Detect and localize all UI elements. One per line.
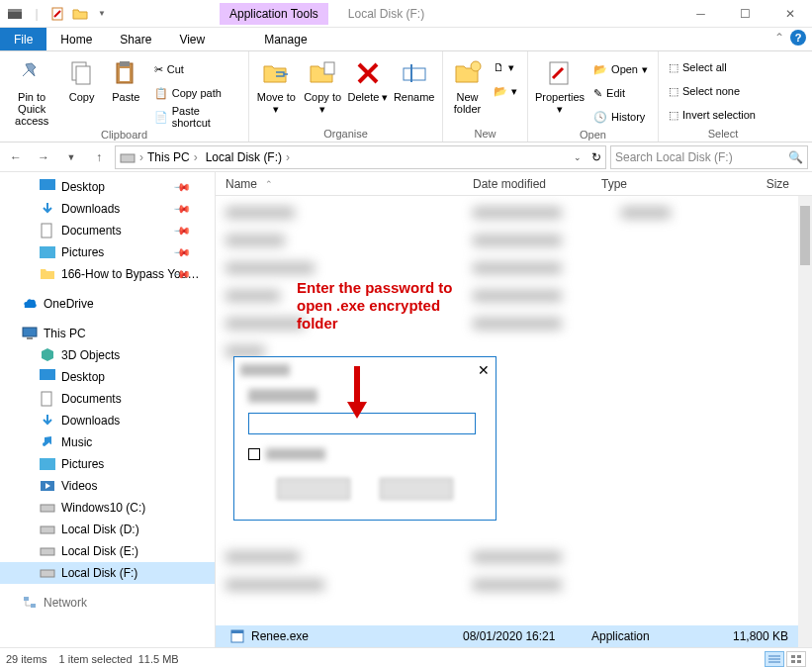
open-button[interactable]: 📂Open ▾ <box>589 59 652 79</box>
search-box[interactable]: Search Local Disk (F:) 🔍 <box>610 145 808 169</box>
svg-rect-36 <box>791 660 795 663</box>
cut-button[interactable]: ✂Cut <box>150 59 242 79</box>
drive-icon <box>40 543 55 559</box>
nav-local-disk-e[interactable]: Local Disk (E:) <box>0 540 215 562</box>
nav-downloads-2[interactable]: Downloads <box>0 410 215 431</box>
column-headers[interactable]: Name⌃ Date modified Type Size <box>216 172 812 196</box>
nav-documents[interactable]: Documents📌 <box>0 220 215 241</box>
column-name[interactable]: Name⌃ <box>216 177 463 191</box>
nav-network[interactable]: Network <box>0 592 215 614</box>
select-all-button[interactable]: ⬚Select all <box>665 57 760 77</box>
ribbon-collapse-icon[interactable]: ⌃ <box>774 31 784 45</box>
scrollbar-thumb[interactable] <box>800 206 810 265</box>
qat-dropdown-icon[interactable]: ▼ <box>93 5 111 23</box>
move-to-button[interactable]: Move to ▾ <box>255 55 298 115</box>
copy-path-icon: 📋 <box>154 87 168 100</box>
select-none-button[interactable]: ⬚Select none <box>665 81 760 101</box>
close-button[interactable]: ✕ <box>767 0 812 28</box>
new-folder-button[interactable]: New folder <box>449 55 486 115</box>
help-icon[interactable]: ? <box>790 30 806 46</box>
properties-button[interactable]: Properties ▾ <box>534 55 586 115</box>
address-box[interactable]: › This PC Local Disk (F:) ⌄ ↻ <box>115 145 606 169</box>
history-button[interactable]: 🕓History <box>589 107 652 127</box>
dialog-ok-button[interactable] <box>277 478 350 500</box>
copy-path-button[interactable]: 📋Copy path <box>150 83 242 103</box>
nav-pictures-2[interactable]: Pictures <box>0 453 215 475</box>
dialog-cancel-button[interactable] <box>380 478 453 500</box>
breadcrumb-this-pc[interactable]: This PC <box>147 150 202 164</box>
refresh-button[interactable]: ↻ <box>591 150 601 164</box>
manage-tab[interactable]: Manage <box>250 28 320 50</box>
rename-button[interactable]: Rename <box>392 55 436 103</box>
properties-icon <box>544 57 576 89</box>
nav-local-disk-f[interactable]: Local Disk (F:) <box>0 562 215 584</box>
column-date[interactable]: Date modified <box>463 177 591 191</box>
search-icon[interactable]: 🔍 <box>788 150 803 164</box>
nav-3d-objects[interactable]: 3D Objects <box>0 344 215 366</box>
pin-icon <box>16 57 47 89</box>
svg-rect-17 <box>23 328 37 336</box>
nav-pictures[interactable]: Pictures📌 <box>0 241 215 263</box>
details-view-button[interactable] <box>765 651 784 667</box>
nav-local-disk-d[interactable]: Local Disk (D:) <box>0 519 215 540</box>
nav-bypass-folder[interactable]: 166-How to Bypass You…📌 <box>0 263 215 285</box>
navigation-pane[interactable]: Desktop📌 Downloads📌 Documents📌 Pictures📌… <box>0 172 216 647</box>
maximize-button[interactable]: ☐ <box>723 0 767 28</box>
open-group-label: Open <box>534 127 652 143</box>
dialog-checkbox[interactable] <box>248 448 260 460</box>
nav-downloads[interactable]: Downloads📌 <box>0 198 215 220</box>
nav-documents-2[interactable]: Documents <box>0 388 215 410</box>
paste-shortcut-icon: 📄 <box>154 111 168 124</box>
view-tab[interactable]: View <box>165 28 219 50</box>
file-row-selected[interactable]: Renee.exe 08/01/2020 16:21 Application 1… <box>216 625 798 647</box>
minimize-button[interactable]: ─ <box>678 0 723 28</box>
drive-icon <box>40 522 55 537</box>
paste-shortcut-button[interactable]: 📄Paste shortcut <box>150 107 242 127</box>
column-type[interactable]: Type <box>591 177 710 191</box>
dialog-close-button[interactable]: ✕ <box>478 362 490 378</box>
breadcrumb-local-disk-f[interactable]: Local Disk (F:) <box>206 150 294 164</box>
svg-point-11 <box>471 61 481 71</box>
qat-properties-icon[interactable] <box>49 5 67 23</box>
contextual-tab-application-tools[interactable]: Application Tools <box>220 3 328 25</box>
copy-button[interactable]: Copy <box>61 55 102 103</box>
svg-rect-28 <box>31 604 36 608</box>
address-dropdown-icon[interactable]: ⌄ <box>574 152 582 162</box>
copy-to-button[interactable]: Copy to ▾ <box>302 55 344 115</box>
nav-windows10-c[interactable]: Windows10 (C:) <box>0 497 215 519</box>
new-item-button[interactable]: 🗋▾ <box>490 57 521 77</box>
up-button[interactable]: ↑ <box>87 145 111 169</box>
qat-newfolder-icon[interactable] <box>71 5 89 23</box>
exe-icon <box>229 628 245 644</box>
home-tab[interactable]: Home <box>46 28 106 50</box>
nav-desktop[interactable]: Desktop📌 <box>0 176 215 198</box>
rename-icon <box>399 57 430 89</box>
paste-button[interactable]: Paste <box>106 55 146 103</box>
nav-desktop-2[interactable]: Desktop <box>0 366 215 388</box>
title-bar: | ▼ Application Tools Local Disk (F:) ─ … <box>0 0 812 28</box>
back-button[interactable]: ← <box>4 145 28 169</box>
invert-selection-button[interactable]: ⬚Invert selection <box>665 105 760 125</box>
documents-icon <box>40 223 55 238</box>
videos-icon <box>40 478 55 494</box>
share-tab[interactable]: Share <box>106 28 165 50</box>
vertical-scrollbar[interactable] <box>798 196 812 647</box>
forward-button[interactable]: → <box>32 145 55 169</box>
ribbon-tabs: File Home Share View Manage ⌃ ? <box>0 28 812 51</box>
edit-button[interactable]: ✎Edit <box>589 83 652 103</box>
file-size: 11,800 KB <box>710 629 798 643</box>
onedrive-icon <box>22 296 38 312</box>
file-tab[interactable]: File <box>0 28 46 50</box>
delete-button[interactable]: Delete ▾ <box>348 55 389 103</box>
nav-this-pc[interactable]: This PC <box>0 323 215 344</box>
drive-icon <box>120 150 135 164</box>
nav-videos[interactable]: Videos <box>0 475 215 497</box>
nav-onedrive[interactable]: OneDrive <box>0 293 215 315</box>
column-size[interactable]: Size <box>710 177 789 191</box>
nav-music[interactable]: Music <box>0 431 215 453</box>
pin-to-quick-access-button[interactable]: Pin to Quick access <box>6 55 57 127</box>
organise-group-label: Organise <box>255 126 436 142</box>
large-icons-view-button[interactable] <box>786 651 806 667</box>
easy-access-button[interactable]: 📂▾ <box>490 81 521 101</box>
recent-locations-button[interactable]: ▼ <box>59 145 83 169</box>
